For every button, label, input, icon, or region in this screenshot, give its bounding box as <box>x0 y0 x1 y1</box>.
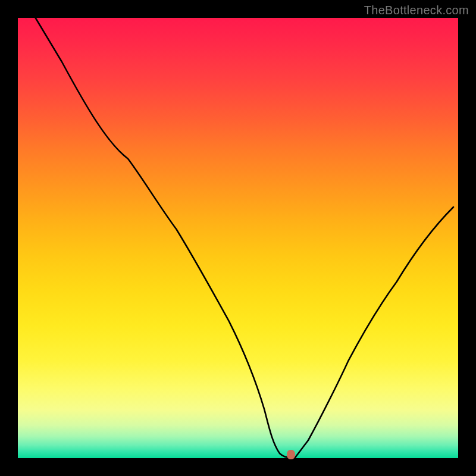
plot-area <box>18 18 458 458</box>
chart-frame: TheBottleneck.com <box>0 0 476 476</box>
min-marker <box>287 450 295 459</box>
chart-svg <box>18 18 458 458</box>
bottleneck-curve <box>36 18 453 458</box>
watermark-text: TheBottleneck.com <box>364 4 469 17</box>
